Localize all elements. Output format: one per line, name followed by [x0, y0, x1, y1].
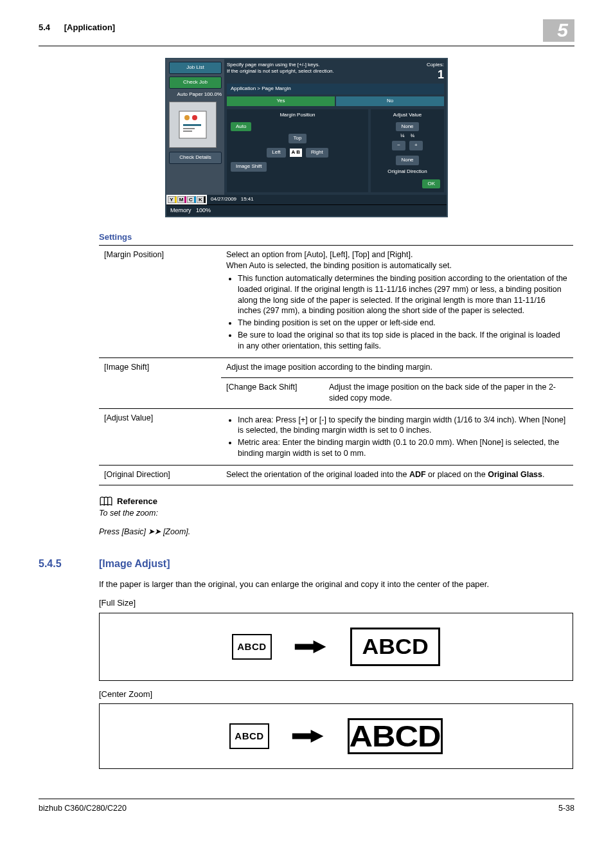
- row-adjust-value-desc: Inch area: Press [+] or [-] to specify t…: [221, 408, 573, 466]
- abcd-crop: ABCD: [350, 718, 441, 754]
- row-change-back-shift-label: [Change Back Shift]: [221, 377, 324, 408]
- original-direction-header: Original Direction: [373, 168, 441, 176]
- row-margin-position-desc: Select an option from [Auto], [Left], [T…: [221, 246, 573, 358]
- reference-line-1: To set the zoom:: [99, 508, 574, 519]
- arrow-icon: ➤➤: [148, 527, 161, 536]
- preview-icon: [177, 109, 209, 141]
- toner-c: C: [187, 196, 196, 203]
- row-change-back-shift-desc: Adjust the image position on the back si…: [324, 377, 573, 408]
- row-image-shift-label: [Image Shift]: [99, 357, 221, 408]
- none-button-2[interactable]: None: [396, 156, 418, 165]
- chapter-number: 5: [543, 19, 574, 42]
- row-margin-position-label: [Margin Position]: [99, 246, 221, 358]
- panel-time: 15:41: [241, 196, 254, 202]
- ok-button[interactable]: OK: [422, 179, 440, 189]
- section-number: 5.4: [39, 23, 50, 32]
- job-list-button[interactable]: Job List: [169, 62, 222, 74]
- reference-title: Reference: [117, 496, 157, 507]
- svg-rect-4: [183, 128, 195, 129]
- check-details-button[interactable]: Check Details: [169, 152, 222, 164]
- abcd-big-frame: ABCD: [350, 628, 440, 666]
- section-545-heading: 5.4.5 [Image Adjust]: [39, 557, 574, 571]
- row-original-direction-label: [Original Direction]: [99, 466, 221, 485]
- svg-point-2: [192, 115, 197, 120]
- row-image-shift-desc: Adjust the image position according to t…: [221, 357, 573, 377]
- memory-label: Memory: [170, 207, 191, 213]
- section-title: [Application]: [64, 23, 115, 32]
- svg-point-1: [184, 115, 190, 120]
- section-545-para: If the paper is larger than the original…: [99, 579, 574, 590]
- arrow-right-icon: [291, 728, 326, 745]
- auto-button[interactable]: Auto: [231, 122, 251, 132]
- preview-thumbnail: [169, 102, 217, 148]
- svg-rect-5: [183, 131, 192, 132]
- arrow-right-icon: [294, 638, 328, 655]
- instruction-line-2: If the original is not set upright, sele…: [227, 68, 334, 75]
- top-button[interactable]: Top: [289, 134, 307, 143]
- none-button-1[interactable]: None: [396, 122, 418, 132]
- section-545-title: [Image Adjust]: [99, 557, 170, 571]
- check-job-button[interactable]: Check Job: [169, 77, 222, 89]
- svg-marker-7: [292, 730, 323, 743]
- right-button[interactable]: Right: [306, 148, 328, 158]
- auto-paper-label: Auto Paper: [177, 91, 203, 97]
- reference-block: Reference To set the zoom: Press [Basic]…: [99, 496, 574, 538]
- svg-marker-6: [294, 640, 326, 653]
- full-size-label: [Full Size]: [99, 597, 574, 609]
- toner-k: K: [197, 196, 206, 203]
- settings-heading: Settings: [99, 231, 574, 243]
- center-zoom-illustration: ABCD ABCD: [99, 703, 573, 769]
- section-545-number: 5.4.5: [39, 557, 73, 571]
- header-section: 5.4 [Application]: [39, 22, 115, 33]
- center-zoom-label: [Center Zoom]: [99, 689, 574, 700]
- minus-button[interactable]: −: [392, 141, 405, 150]
- settings-table: [Margin Position] Select an option from …: [99, 245, 573, 485]
- instruction-line-1: Specify page margin using the [+/-] keys…: [227, 62, 334, 68]
- row-original-direction-desc: Select the orientation of the original l…: [221, 466, 573, 485]
- page-footer: bizhub C360/C280/C220 5-38: [39, 799, 574, 814]
- image-shift-button[interactable]: Image Shift: [231, 162, 267, 172]
- copies-label: Copies:: [427, 62, 444, 68]
- row-adjust-value-label: [Adjust Value]: [99, 408, 221, 466]
- book-icon: [99, 496, 113, 507]
- page-header: 5.4 [Application] 5: [39, 22, 574, 46]
- reference-line-2: Press [Basic] ➤➤ [Zoom].: [99, 527, 574, 538]
- full-size-illustration: ABCD ABCD: [99, 613, 573, 681]
- adjust-value-header: Adjust Value: [373, 112, 441, 119]
- toner-m: M: [177, 196, 186, 203]
- abcd-small-2: ABCD: [229, 723, 269, 749]
- toner-y: Y: [168, 196, 177, 203]
- ab-icon: A B: [290, 149, 302, 157]
- abcd-crop-frame: ABCD: [348, 718, 443, 754]
- tab-no[interactable]: No: [336, 96, 444, 106]
- footer-page: 5-38: [558, 803, 574, 814]
- tab-yes[interactable]: Yes: [227, 96, 335, 106]
- left-button[interactable]: Left: [267, 148, 285, 158]
- panel-date: 04/27/2009: [211, 196, 236, 202]
- memory-pct: 100%: [196, 207, 211, 213]
- zoom-ratio: 100.0%: [204, 91, 222, 97]
- panel-breadcrumb: Application > Page Margin: [227, 84, 444, 95]
- copier-panel-screenshot: Job List Check Job Auto Paper 100.0% Che…: [39, 58, 574, 217]
- abcd-small-1: ABCD: [232, 634, 271, 660]
- abcd-big-1: ABCD: [362, 632, 428, 662]
- margin-position-header: Margin Position: [229, 112, 366, 119]
- svg-rect-3: [183, 124, 201, 126]
- footer-model: bizhub C360/C280/C220: [39, 803, 127, 814]
- toner-levels: Y M C K: [166, 195, 207, 204]
- copies-value: 1: [427, 68, 444, 82]
- plus-button[interactable]: +: [409, 141, 423, 150]
